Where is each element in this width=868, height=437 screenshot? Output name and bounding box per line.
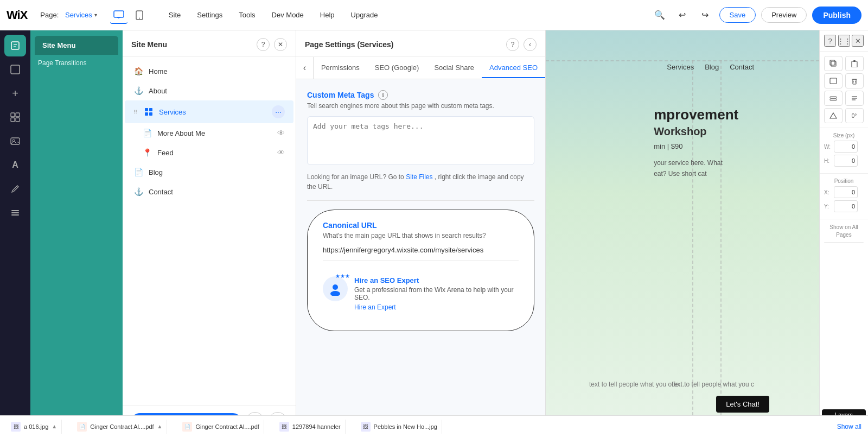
page-transitions-tab[interactable]: Page Transitions (30, 55, 123, 71)
page-item-about[interactable]: ⚓ About (125, 81, 293, 100)
pen-icon-btn[interactable] (4, 178, 26, 200)
site-files-link[interactable]: Site Files (406, 173, 432, 181)
svg-rect-15 (11, 210, 19, 211)
preview-button[interactable]: Preview (761, 7, 807, 23)
page-item-more-about-me[interactable]: 📄 More About Me 👁 (125, 123, 293, 143)
publish-button[interactable]: Publish (812, 7, 861, 24)
rp-grid-btn[interactable]: ⋮⋮ (838, 35, 850, 47)
page-name-feed: Feed (157, 149, 272, 157)
rp-paste-btn[interactable] (845, 56, 864, 71)
page-name-more-about-me: More About Me (157, 129, 272, 137)
page-item-home[interactable]: 🏠 Home (125, 61, 293, 81)
nav-devmode[interactable]: Dev Mode (264, 8, 311, 22)
tab-seo-google[interactable]: SEO (Google) (367, 58, 427, 78)
drag-handle-services: ⠿ (133, 109, 137, 115)
ps-back-btn[interactable]: ‹ (524, 38, 537, 51)
meta-tags-info-icon[interactable]: ℹ (378, 90, 388, 100)
canvas-nav-blog[interactable]: Blog (705, 63, 719, 71)
nav-upgrade[interactable]: Upgrade (343, 8, 386, 22)
hire-expert-link[interactable]: Hire an Expert (354, 303, 396, 311)
canonical-url-title: Canonical URL (323, 221, 519, 230)
rp-delete-btn[interactable] (845, 73, 864, 88)
site-files-note: Looking for an image URL? Go to Site Fil… (307, 172, 534, 192)
tab-social-share[interactable]: Social Share (426, 58, 482, 78)
width-input[interactable] (834, 141, 858, 153)
nav-site[interactable]: Site (161, 8, 188, 22)
tools-icon-btn[interactable] (4, 202, 26, 224)
pages-icon-btn[interactable] (4, 35, 26, 56)
rp-close-btn[interactable]: ✕ (852, 35, 864, 47)
close-panel-btn[interactable]: ✕ (274, 38, 287, 51)
page-item-contact[interactable]: ⚓ Contact (125, 182, 293, 201)
svg-rect-0 (114, 11, 124, 17)
svg-rect-9 (11, 113, 15, 117)
tab-advanced-seo[interactable]: Advanced SEO (482, 58, 545, 78)
canvas-price: min | $90 (654, 142, 738, 150)
add-icon-btn[interactable]: + (4, 83, 26, 104)
site-menu-tab[interactable]: Site Menu (35, 36, 118, 55)
save-button[interactable]: Save (719, 7, 756, 23)
page-name-contact: Contact (149, 188, 285, 196)
y-label: Y: (824, 204, 832, 210)
services-more-btn[interactable]: ··· (272, 105, 285, 118)
page-item-blog[interactable]: 📄 Blog (125, 162, 293, 182)
rp-rotation-btn[interactable]: 0° (845, 108, 864, 123)
x-input[interactable] (834, 186, 858, 198)
y-input[interactable] (834, 200, 858, 212)
nav-settings[interactable]: Settings (189, 8, 230, 22)
ps-help-btn[interactable]: ? (506, 38, 519, 51)
desktop-device-btn[interactable] (110, 7, 127, 24)
canvas-bottom-text: text to tell people what you offe... (589, 381, 684, 388)
file-pdf-icon-1: 📄 (77, 422, 87, 432)
rp-triangle-btn[interactable] (824, 108, 843, 123)
device-icons (110, 7, 148, 24)
page-item-services[interactable]: ⠿ Services ··· (125, 100, 293, 123)
file-arrow-1[interactable]: ▲ (157, 423, 163, 429)
search-icon-btn[interactable]: 🔍 (651, 7, 668, 24)
x-row: X: (824, 186, 864, 198)
bottom-show-all-btn[interactable]: Show all (837, 423, 861, 430)
seo-expert-desc: Get a professional from the Wix Arena to… (354, 286, 519, 301)
ps-nav-back[interactable]: ‹ (296, 57, 314, 79)
home-icon: 🏠 (133, 66, 143, 76)
page-settings-panel: Page Settings (Services) ? ‹ ‹ Permissio… (296, 30, 546, 437)
feed-icon: 📍 (142, 148, 152, 157)
nav-help[interactable]: Help (312, 8, 342, 22)
canvas-nav-services[interactable]: Services (667, 63, 694, 71)
rp-copy2-btn[interactable] (824, 73, 843, 88)
chat-button[interactable]: Let's Chat! (716, 396, 769, 413)
page-selector[interactable]: Page: Services ▾ (36, 9, 101, 21)
ps-title: Page Settings (Services) (305, 40, 393, 49)
undo-btn[interactable]: ↩ (674, 7, 691, 24)
tab-permissions[interactable]: Permissions (314, 58, 367, 78)
position-label: Position (824, 178, 864, 184)
file-img-icon-3: 🖼 (279, 422, 289, 432)
svg-rect-11 (11, 118, 15, 122)
panel-title: Site Menu (131, 40, 167, 49)
mobile-device-btn[interactable] (131, 7, 148, 24)
page-item-feed[interactable]: 📍 Feed 👁 (125, 143, 293, 162)
height-input[interactable] (834, 155, 858, 167)
canvas-nav: Services Blog Contact (667, 63, 754, 71)
rp-help-btn[interactable]: ? (824, 35, 836, 47)
media-icon-btn[interactable] (4, 130, 26, 152)
text-icon-btn[interactable]: A (4, 154, 26, 176)
rp-stack-btn[interactable] (824, 91, 843, 106)
file-arrow-0[interactable]: ▲ (52, 423, 57, 429)
toggle-slider[interactable] (824, 242, 864, 243)
canvas-nav-contact[interactable]: Contact (730, 63, 754, 71)
bottom-file-3: 🖼 1297894 hanneler (275, 420, 346, 434)
redo-btn[interactable]: ↪ (697, 7, 714, 24)
help-icon-btn[interactable]: ? (257, 38, 270, 51)
ps-header: Page Settings (Services) ? ‹ (296, 30, 545, 57)
rp-copy-btn[interactable] (824, 56, 843, 71)
rp-align-btn[interactable] (845, 91, 864, 106)
meta-tags-textarea[interactable] (307, 116, 534, 165)
svg-rect-27 (853, 60, 856, 62)
apps-icon-btn[interactable] (4, 106, 26, 128)
nav-tools[interactable]: Tools (231, 8, 263, 22)
canvas-background: Services Blog Contact mprovement Worksho… (546, 30, 819, 437)
guide-line-h (546, 60, 819, 61)
elements-icon-btn[interactable] (4, 59, 26, 80)
seo-expert-info: Hire an SEO Expert Get a professional fr… (354, 276, 519, 311)
